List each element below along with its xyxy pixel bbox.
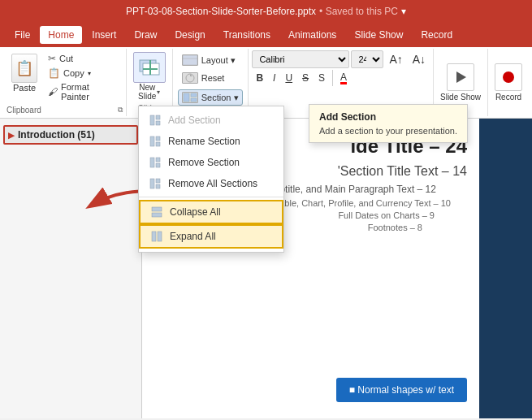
font-decrease-button[interactable]: A↓: [409, 51, 430, 67]
left-panel: ▶ Introduction (51): [0, 119, 142, 418]
title-chevron[interactable]: ▾: [401, 6, 406, 17]
menu-animations[interactable]: Animations: [280, 26, 344, 44]
remove-section-item[interactable]: Remove Section: [139, 152, 283, 173]
tooltip-title: Add Section: [319, 111, 457, 123]
clipboard-dialog-icon[interactable]: ⧉: [118, 106, 123, 115]
layout-button[interactable]: Layout ▾: [178, 52, 244, 68]
rename-section-item[interactable]: Rename Section: [139, 131, 283, 152]
copy-label: Copy: [63, 68, 84, 78]
remove-all-sections-label: Remove All Sections: [168, 178, 257, 189]
new-slide-label: NewSlide: [138, 83, 156, 101]
svg-rect-22: [156, 179, 160, 183]
menu-slide-show[interactable]: Slide Show: [346, 26, 411, 44]
section-icon: [182, 92, 198, 103]
paste-label: Paste: [13, 83, 36, 93]
font-family-select[interactable]: Calibri: [252, 50, 349, 68]
slide-show-label: Slide Show: [440, 93, 481, 102]
new-slide-button[interactable]: NewSlide ▾: [133, 52, 166, 101]
svg-rect-21: [150, 179, 154, 188]
collapse-all-icon: [150, 206, 163, 219]
reset-label: Reset: [201, 73, 225, 83]
clipboard-group: 📋 Paste ✂ Cut 📋 Copy ▾ 🖌 Format Painter: [3, 49, 127, 116]
menu-draw[interactable]: Draw: [126, 26, 165, 44]
title-bar: PPT-03-08-Section-Slide-Sorter-Before.pp…: [0, 0, 532, 23]
svg-rect-16: [156, 136, 160, 141]
svg-rect-27: [158, 232, 162, 241]
paste-button[interactable]: 📋 Paste: [6, 52, 42, 94]
shadow-button[interactable]: S: [314, 71, 329, 85]
section-dropdown-menu: Add Section Rename Section Remove Sectio…: [138, 106, 284, 253]
format-painter-button[interactable]: 🖌 Format Painter: [45, 81, 123, 102]
reset-button[interactable]: Reset: [178, 70, 244, 86]
dropdown-divider: [139, 197, 283, 197]
normal-shapes-label: ■ Normal shapes w/ text: [349, 384, 454, 396]
rename-section-label: Rename Section: [168, 136, 240, 147]
bold-button[interactable]: B: [252, 71, 267, 85]
remove-section-icon: [149, 156, 162, 169]
expand-all-icon: [150, 230, 163, 243]
section-dropdown-arrow: ▾: [234, 93, 239, 103]
normal-shapes-button[interactable]: ■ Normal shapes w/ text: [336, 378, 467, 402]
menu-file[interactable]: File: [6, 26, 38, 44]
collapse-all-item[interactable]: Collapse All: [139, 200, 283, 224]
svg-rect-8: [191, 93, 197, 97]
svg-rect-18: [150, 158, 154, 167]
menu-design[interactable]: Design: [167, 26, 213, 44]
underline-button[interactable]: U: [281, 71, 296, 85]
section-header-label: Introduction (51): [18, 129, 95, 141]
svg-rect-24: [152, 207, 162, 211]
italic-button[interactable]: I: [269, 71, 279, 85]
collapse-all-label: Collapse All: [170, 206, 221, 218]
section-header[interactable]: ▶ Introduction (51): [3, 125, 138, 145]
reset-icon: [182, 72, 198, 84]
format-painter-label: Format Painter: [61, 82, 120, 102]
copy-button[interactable]: 📋 Copy ▾: [45, 67, 123, 80]
tooltip: Add Section Add a section to your presen…: [309, 104, 468, 143]
svg-rect-14: [156, 121, 160, 125]
section-button[interactable]: Section ▾: [178, 89, 244, 106]
menu-transitions[interactable]: Transitions: [215, 26, 279, 44]
copy-arrow: ▾: [88, 70, 91, 77]
format-painter-icon: 🖌: [48, 86, 58, 97]
new-slide-arrow: ▾: [157, 89, 160, 96]
record-icon: [495, 63, 522, 91]
expand-all-item[interactable]: Expand All: [139, 224, 283, 249]
menu-insert[interactable]: Insert: [84, 26, 124, 44]
strikethrough-button[interactable]: S: [298, 71, 313, 85]
add-section-label: Add Section: [168, 115, 221, 126]
clipboard-sub-buttons: ✂ Cut 📋 Copy ▾ 🖌 Format Painter: [42, 52, 123, 102]
svg-rect-20: [156, 163, 160, 167]
svg-rect-4: [183, 55, 197, 65]
font-color-button[interactable]: A: [336, 70, 351, 86]
svg-point-11: [503, 71, 514, 83]
cut-icon: ✂: [48, 53, 56, 64]
svg-rect-9: [191, 98, 197, 102]
expand-all-label: Expand All: [170, 231, 216, 242]
dark-side-panel: [479, 119, 532, 418]
rename-section-icon: [149, 135, 162, 148]
copy-icon: 📋: [48, 67, 60, 79]
menu-record[interactable]: Record: [413, 26, 461, 44]
layout-label: Layout ▾: [201, 55, 236, 66]
record-button[interactable]: Record: [495, 63, 522, 102]
paste-icon: 📋: [11, 54, 37, 83]
font-increase-button[interactable]: A↑: [385, 51, 406, 67]
record-group[interactable]: Record: [488, 49, 529, 116]
saved-status: • Saved to this PC: [319, 6, 398, 17]
svg-rect-15: [150, 136, 154, 146]
layout-icon: [182, 54, 198, 66]
svg-marker-10: [456, 71, 466, 83]
tooltip-description: Add a section to your presentation.: [319, 126, 457, 136]
section-expand-arrow: ▶: [8, 131, 15, 140]
cut-button[interactable]: ✂ Cut: [45, 52, 123, 65]
add-section-item[interactable]: Add Section: [139, 110, 283, 131]
cut-label: Cut: [59, 54, 73, 63]
svg-rect-26: [152, 232, 156, 241]
section-label: Section: [201, 93, 231, 102]
font-size-select[interactable]: 24: [351, 50, 383, 68]
record-label: Record: [495, 93, 521, 102]
slide-show-button[interactable]: Slide Show: [440, 63, 481, 102]
remove-all-sections-item[interactable]: Remove All Sections: [139, 173, 283, 194]
svg-rect-12: [150, 115, 154, 125]
menu-home[interactable]: Home: [40, 26, 82, 44]
